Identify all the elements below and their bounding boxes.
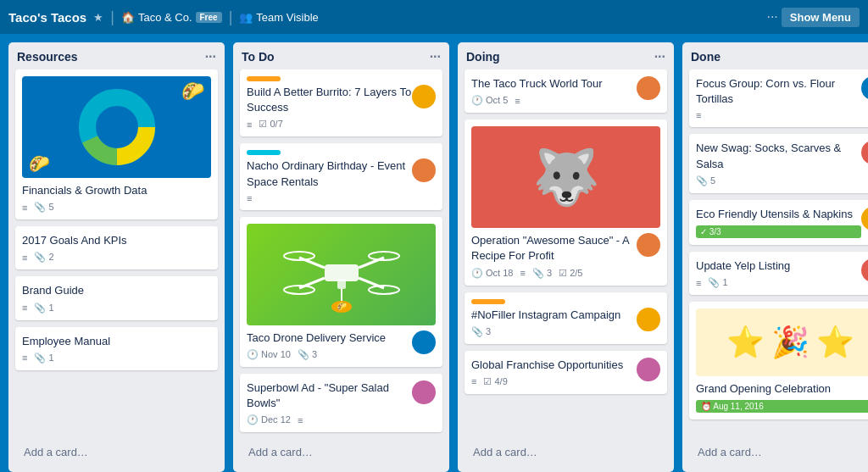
- svg-rect-5: [337, 279, 346, 289]
- card-title: Taco Drone Delivery Service: [247, 330, 412, 346]
- avatar: [637, 358, 660, 381]
- meta-lines: ≡: [298, 415, 303, 425]
- cards-container: Focus Group: Corn vs. Flour Tortillas≡Ne…: [682, 69, 868, 436]
- card-meta: ≡☑ 0/7: [247, 119, 412, 130]
- date-badge: ⏰ Aug 11, 2016: [696, 400, 868, 413]
- card-title: Operation "Awesome Sauce" - A Recipe For…: [471, 233, 637, 264]
- avatar: [412, 330, 436, 354]
- column-resources: Resources··· 🌮 🌮Financials & Growth Data…: [8, 42, 225, 472]
- card-yelp[interactable]: Update Yelp Listing≡📎 1: [689, 252, 868, 295]
- card-grandopening[interactable]: ⭐🎉⭐Grand Opening Celebration⏰ Aug 11, 20…: [689, 302, 868, 419]
- card-franchise[interactable]: Global Franchise Opportunities≡☑ 4/9: [465, 351, 667, 394]
- card-instagram[interactable]: #NoFiller Instagram Campaign📎 3: [465, 292, 667, 344]
- column-header-resources: Resources···: [8, 42, 225, 69]
- card-row: Global Franchise Opportunities≡☑ 4/9: [471, 358, 660, 387]
- header-actions: ··· Show Menu: [766, 8, 860, 27]
- svg-point-3: [100, 110, 134, 144]
- card-drone[interactable]: 🌮 Taco Drone Delivery Service🕐 Nov 10📎 3: [240, 217, 442, 367]
- visibility-icon: 👥: [239, 11, 253, 24]
- column-todo: To Do···Build A Better Burrito: 7 Layers…: [233, 42, 449, 472]
- card-image: 🌮 🌮: [22, 76, 211, 178]
- board: Resources··· 🌮 🌮Financials & Growth Data…: [0, 34, 868, 472]
- add-card-done[interactable]: Add a card…: [689, 439, 868, 465]
- meta-lines: ≡: [22, 353, 27, 363]
- card-row: #NoFiller Instagram Campaign📎 3: [471, 308, 660, 337]
- column-doing: Doing···The Taco Truck World Tour🕐 Oct 5…: [458, 42, 674, 472]
- meta-lines: ≡: [247, 193, 252, 203]
- board-title[interactable]: Taco's Tacos: [8, 10, 86, 25]
- card-title: Superbowl Ad - "Super Salad Bowls": [247, 380, 412, 411]
- visibility-label[interactable]: Team Visible: [256, 11, 318, 24]
- card-meta: ≡📎 1: [22, 353, 211, 364]
- avatar: [412, 380, 436, 404]
- meta-checkbox: ☑ 0/7: [259, 119, 282, 130]
- card-content: New Swag: Socks, Scarves & Salsa📎 5: [696, 141, 861, 186]
- column-title: Doing: [466, 50, 500, 64]
- meta-count: 📎 1: [708, 277, 727, 288]
- meta-lines: ≡: [696, 110, 701, 120]
- card-content: Focus Group: Corn vs. Flour Tortillas≡: [696, 76, 861, 120]
- card-swag[interactable]: New Swag: Socks, Scarves & Salsa📎 5: [689, 134, 868, 192]
- add-card-doing[interactable]: Add a card…: [465, 439, 667, 465]
- card-meta: ≡: [247, 193, 412, 203]
- card-row: Superbowl Ad - "Super Salad Bowls"🕐 Dec …: [247, 380, 436, 425]
- meta-lines: ≡: [22, 303, 27, 313]
- header-divider2: |: [229, 8, 233, 26]
- more-options[interactable]: ···: [766, 9, 777, 25]
- card-meta: ≡📎 5: [22, 202, 211, 213]
- card-superbowl[interactable]: Superbowl Ad - "Super Salad Bowls"🕐 Dec …: [240, 374, 442, 432]
- meta-count: 📎 3: [532, 268, 552, 279]
- card-brand[interactable]: Brand Guide≡📎 1: [15, 276, 218, 319]
- meta-date: 🕐 Oct 18: [471, 268, 513, 279]
- card-image: 🐺: [471, 126, 660, 228]
- avatar: [637, 308, 660, 331]
- card-meta: ≡: [696, 110, 861, 120]
- column-menu-icon[interactable]: ···: [654, 49, 665, 64]
- meta-count: 📎 3: [471, 326, 491, 337]
- header-divider: |: [110, 8, 114, 26]
- card-title: Focus Group: Corn vs. Flour Tortillas: [696, 76, 861, 107]
- card-meta: ≡📎 1: [696, 277, 861, 288]
- show-menu-button[interactable]: Show Menu: [782, 8, 860, 27]
- workspace-name[interactable]: Taco & Co.: [138, 11, 192, 24]
- avatar: [637, 76, 660, 100]
- card-meta: 📎 5: [696, 175, 861, 186]
- card-meta: 🕐 Nov 10📎 3: [247, 349, 412, 360]
- card-row: Nacho Ordinary Birthday - Event Space Re…: [247, 158, 436, 203]
- card-content: Build A Better Burrito: 7 Layers To Succ…: [247, 85, 412, 130]
- card-row: Financials & Growth Data≡📎 5: [22, 183, 211, 213]
- meta-lines: ≡: [520, 268, 525, 278]
- card-nacho[interactable]: Nacho Ordinary Birthday - Event Space Re…: [240, 143, 442, 209]
- column-menu-icon[interactable]: ···: [205, 49, 216, 64]
- column-menu-icon[interactable]: ···: [430, 49, 441, 64]
- meta-count: 📎 3: [298, 349, 317, 360]
- card-burrito[interactable]: Build A Better Burrito: 7 Layers To Succ…: [240, 69, 442, 136]
- add-card-todo[interactable]: Add a card…: [240, 439, 442, 465]
- card-title: Global Franchise Opportunities: [471, 358, 637, 373]
- meta-date: 🕐 Nov 10: [247, 349, 291, 360]
- card-row: Update Yelp Listing≡📎 1: [696, 258, 868, 288]
- card-content: The Taco Truck World Tour🕐 Oct 5≡: [471, 76, 637, 106]
- card-eco[interactable]: Eco Friendly Utensils & Napkins✓ 3/3: [689, 200, 868, 245]
- column-header-done: Done···: [682, 42, 868, 69]
- card-tacotruckworldtour[interactable]: The Taco Truck World Tour🕐 Oct 5≡: [465, 69, 667, 113]
- star-icon[interactable]: ★: [93, 11, 103, 24]
- card-title: Financials & Growth Data: [22, 183, 211, 198]
- add-card-resources[interactable]: Add a card…: [15, 439, 218, 465]
- card-goals[interactable]: 2017 Goals And KPIs≡📎 2: [15, 226, 218, 269]
- card-label: [471, 299, 505, 304]
- meta-lines: ≡: [515, 96, 520, 106]
- meta-lines: ≡: [22, 253, 27, 263]
- card-meta: ≡📎 2: [22, 252, 211, 263]
- card-row: 2017 Goals And KPIs≡📎 2: [22, 233, 211, 263]
- card-awesomesauce[interactable]: 🐺Operation "Awesome Sauce" - A Recipe Fo…: [465, 119, 667, 285]
- card-content: 2017 Goals And KPIs≡📎 2: [22, 233, 211, 263]
- avatar: [637, 233, 660, 257]
- cards-container: 🌮 🌮Financials & Growth Data≡📎 52017 Goal…: [8, 69, 225, 436]
- card-financials[interactable]: 🌮 🌮Financials & Growth Data≡📎 5: [15, 69, 218, 219]
- meta-lines: ≡: [247, 119, 252, 130]
- meta-checkbox: ☑ 2/5: [559, 268, 582, 279]
- column-title: Done: [691, 50, 721, 64]
- card-focusgroup[interactable]: Focus Group: Corn vs. Flour Tortillas≡: [689, 69, 868, 127]
- card-employee[interactable]: Employee Manual≡📎 1: [15, 327, 218, 370]
